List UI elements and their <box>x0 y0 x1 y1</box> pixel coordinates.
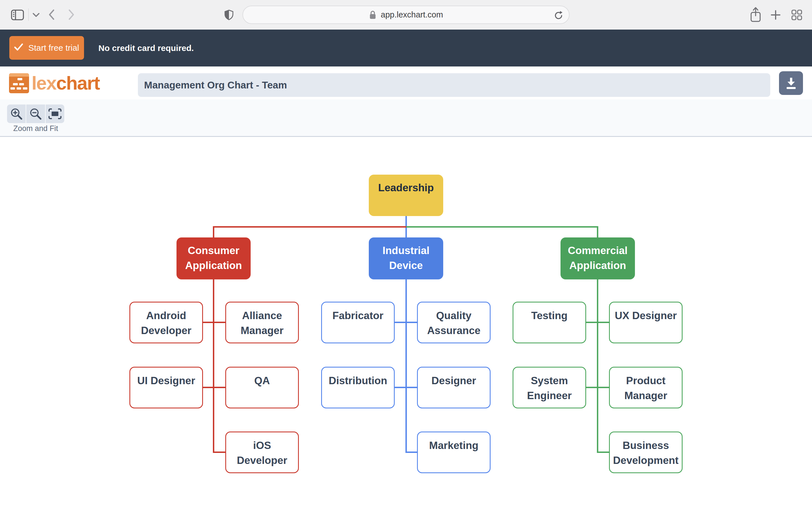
org-node-label: Developer <box>141 323 192 338</box>
connector-segment-red_line <box>202 322 214 323</box>
org-node-label: Fabricator <box>333 308 384 323</box>
org-node-marketing[interactable]: Marketing <box>417 432 491 473</box>
org-node-label: Leadership <box>378 180 434 195</box>
org-node-label: UI Designer <box>137 373 195 388</box>
org-node-label: UX Designer <box>615 308 677 323</box>
org-node-android-developer[interactable]: AndroidDeveloper <box>130 302 203 343</box>
org-node-label: Developer <box>237 453 287 468</box>
org-node-fabricator[interactable]: Fabricator <box>321 302 395 343</box>
org-node-label: Manager <box>241 323 283 338</box>
connector-segment-green_line <box>597 227 598 237</box>
org-node-label: Alliance <box>242 308 282 323</box>
org-node-label: QA <box>254 373 270 388</box>
org-node-designer[interactable]: Designer <box>417 367 491 408</box>
connector-segment-green_line <box>585 322 598 323</box>
connector-segment-red_line <box>213 227 214 237</box>
org-node-ui-designer[interactable]: UI Designer <box>130 367 203 408</box>
connector-segment-blue_line <box>406 452 418 453</box>
connector-segment-red_line <box>202 387 214 388</box>
connector-segment-green_line <box>598 452 610 453</box>
connector-segment-green_line <box>598 387 610 388</box>
org-node-label: Engineer <box>527 388 571 403</box>
org-node-label: Development <box>613 453 678 468</box>
org-node-testing[interactable]: Testing <box>513 302 586 343</box>
org-node-consumer-application[interactable]: ConsumerApplication <box>176 237 251 279</box>
org-node-label: Application <box>185 258 242 273</box>
org-node-ios-developer[interactable]: iOSDeveloper <box>225 432 299 473</box>
connector-segment-red_line <box>213 279 214 453</box>
org-node-business-development[interactable]: BusinessDevelopment <box>609 432 682 473</box>
org-node-leadership[interactable]: Leadership <box>369 175 443 216</box>
org-node-label: Commercial <box>568 243 627 258</box>
connector-segment-blue_line <box>394 322 406 323</box>
org-node-ux-designer[interactable]: UX Designer <box>609 302 682 343</box>
org-node-label: System <box>531 373 568 388</box>
org-node-label: Application <box>569 258 626 273</box>
org-node-label: Testing <box>531 308 567 323</box>
org-node-alliance-manager[interactable]: AllianceManager <box>225 302 299 343</box>
org-node-commercial-application[interactable]: CommercialApplication <box>560 237 635 279</box>
org-node-qa[interactable]: QA <box>225 367 299 408</box>
org-node-label: Manager <box>624 388 667 403</box>
org-node-label: Designer <box>432 373 476 388</box>
org-node-label: Quality <box>436 308 471 323</box>
connector-segment-green_line <box>585 387 598 388</box>
connector-segment-blue_line <box>394 387 406 388</box>
connector-segment-blue_line <box>406 322 418 323</box>
org-node-label: Product <box>626 373 666 388</box>
connector-segment-red_line <box>214 452 226 453</box>
org-node-label: Consumer <box>188 243 239 258</box>
org-node-label: Business <box>622 438 669 453</box>
org-node-quality-assurance[interactable]: QualityAssurance <box>417 302 491 343</box>
connector-segment-blue_line <box>405 279 407 453</box>
connector-segment-red_line <box>214 322 226 323</box>
org-node-label: Distribution <box>329 373 388 388</box>
org-node-industrial-device[interactable]: IndustrialDevice <box>369 237 443 279</box>
connector-segment-green_line <box>597 279 598 453</box>
org-node-system-engineer[interactable]: SystemEngineer <box>513 367 586 408</box>
org-node-label: Marketing <box>429 438 478 453</box>
org-node-product-manager[interactable]: ProductManager <box>609 367 682 408</box>
org-node-label: iOS <box>253 438 271 453</box>
connector-segment-red_line <box>214 387 226 388</box>
connector-segment-green_line <box>598 322 610 323</box>
org-node-distribution[interactable]: Distribution <box>321 367 395 408</box>
org-node-label: Assurance <box>427 323 480 338</box>
org-node-label: Android <box>146 308 186 323</box>
org-chart: LeadershipConsumerApplicationIndustrialD… <box>0 0 812 507</box>
connector-segment-green_line <box>406 226 598 228</box>
connector-segment-blue_line <box>406 387 418 388</box>
org-node-label: Industrial <box>383 243 430 258</box>
connector-segment-red_line <box>213 226 406 228</box>
org-node-label: Device <box>389 258 423 273</box>
